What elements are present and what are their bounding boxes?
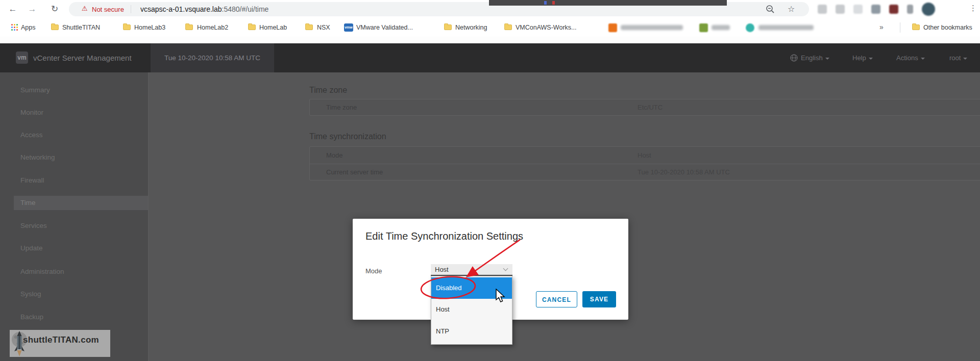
mode-select[interactable]: Host: [431, 264, 512, 276]
redacted-bookmark-label[interactable]: [621, 25, 683, 30]
redacted-glyph: [552, 1, 555, 5]
url-text[interactable]: vcsapsc-a-01.vsquare.lab:5480/#/ui/time: [140, 5, 268, 13]
redacted-bookmark-label[interactable]: [712, 25, 730, 30]
chevron-down-icon: [869, 58, 873, 60]
option-ntp[interactable]: NTP: [431, 321, 512, 342]
help-label: Help: [852, 54, 866, 62]
folder-icon: [305, 24, 313, 30]
sidebar-item-administration[interactable]: Administration: [14, 265, 148, 279]
folder-icon: [185, 24, 193, 30]
url-path: :5480/#/ui/time: [222, 5, 269, 13]
other-bookmarks[interactable]: Other bookmarks: [923, 23, 972, 32]
row-divider: [310, 164, 980, 164]
servertime-row-label: Current server time: [326, 168, 383, 176]
help-menu[interactable]: Help: [852, 43, 873, 72]
header-server-time: Tue 10-20-2020 10:58 AM UTC: [151, 43, 274, 72]
page-top-strip: [0, 37, 980, 43]
timesync-table: Mode Host Current server time Tue 10-20-…: [309, 146, 980, 181]
mode-row-value: Host: [638, 151, 651, 159]
extension-icon[interactable]: [853, 5, 863, 14]
reload-icon[interactable]: ↻: [48, 3, 61, 15]
cancel-button[interactable]: CANCEL: [536, 291, 577, 307]
sidebar-item-firewall[interactable]: Firewall: [14, 173, 148, 188]
extension-icon[interactable]: [818, 5, 827, 14]
sidebar-item-summary[interactable]: Summary: [14, 83, 148, 97]
redacted-bookmark-icon[interactable]: [608, 23, 617, 32]
sidebar-item-syslog[interactable]: Syslog: [14, 287, 148, 301]
actions-label: Actions: [896, 54, 918, 62]
language-globe-icon: [790, 54, 798, 62]
redacted-top-bar: [489, 0, 727, 6]
folder-icon: [51, 24, 59, 30]
back-icon[interactable]: ←: [6, 3, 19, 15]
timezone-row: Time zone Etc/UTC: [309, 99, 980, 116]
dialog-title: Edit Time Synchronization Settings: [365, 230, 523, 242]
timesync-section-title: Time synchronization: [309, 132, 386, 142]
sidebar-item-services[interactable]: Services: [14, 219, 148, 233]
mode-row-label: Mode: [326, 151, 343, 159]
extension-icon[interactable]: [889, 5, 898, 14]
mode-dropdown-list: Disabled Host NTP: [431, 276, 512, 345]
bookmark-item[interactable]: HomeLab2: [197, 23, 228, 32]
not-secure-warning-icon[interactable]: ⚠: [82, 5, 88, 12]
bookmark-item[interactable]: HomeLab: [259, 23, 287, 32]
bookmark-item[interactable]: HomeLab3: [134, 23, 165, 32]
bookmark-item[interactable]: ShuttleTITAN: [62, 23, 100, 32]
not-secure-label[interactable]: Not secure: [92, 6, 124, 13]
actions-menu[interactable]: Actions: [896, 43, 925, 72]
bookmark-item[interactable]: VMware Validated...: [356, 23, 413, 32]
mouse-cursor: [496, 289, 507, 304]
mode-field-label: Mode: [365, 267, 382, 275]
sidebar-nav: Summary Monitor Access Networking Firewa…: [0, 72, 148, 361]
bookmarks-overflow-icon[interactable]: »: [879, 23, 884, 31]
chevron-down-icon: [503, 266, 508, 271]
zoom-out-icon[interactable]: [766, 5, 775, 14]
folder-icon: [504, 24, 512, 30]
sidebar-item-backup[interactable]: Backup: [14, 310, 148, 324]
browser-toolbar: ← → ↻ ⚠ Not secure vcsapsc-a-01.vsquare.…: [0, 0, 980, 18]
sidebar-item-access[interactable]: Access: [14, 128, 148, 142]
redacted-bookmark-icon[interactable]: [699, 23, 708, 32]
sidebar-item-time[interactable]: Time: [14, 196, 148, 210]
redacted-glyph: [544, 1, 547, 5]
shuttletitan-watermark: shuttleTITAN.com: [10, 330, 110, 357]
bookmark-item[interactable]: NSX: [317, 23, 330, 32]
bookmark-star-icon[interactable]: ☆: [788, 4, 795, 14]
folder-icon: [912, 24, 920, 30]
mode-select-value: Host: [435, 264, 449, 275]
profile-avatar[interactable]: [922, 3, 935, 16]
bookmarks-bar: Apps ShuttleTITAN HomeLab3 HomeLab2 Home…: [0, 18, 980, 37]
user-menu[interactable]: root: [949, 43, 967, 72]
chevron-down-icon: [921, 58, 925, 60]
redacted-bookmark-label[interactable]: [758, 25, 814, 30]
sidebar-item-monitor[interactable]: Monitor: [14, 106, 148, 120]
bookmark-apps[interactable]: Apps: [21, 23, 36, 32]
apps-grid-icon[interactable]: [11, 24, 18, 31]
vmware-favicon: vmw: [344, 23, 353, 32]
language-menu[interactable]: English: [801, 43, 829, 72]
sidebar-item-update[interactable]: Update: [14, 241, 148, 255]
sidebar-item-networking[interactable]: Networking: [14, 150, 148, 165]
extension-icon[interactable]: [871, 5, 880, 14]
servertime-row-value: Tue 10-20-2020 10:58 AM UTC: [638, 168, 730, 176]
forward-icon[interactable]: →: [26, 3, 39, 15]
language-label: English: [801, 54, 823, 62]
url-separator: [131, 5, 131, 13]
extension-icon[interactable]: [836, 5, 845, 14]
watermark-text: shuttleTITAN.com: [23, 330, 99, 350]
timezone-row-label: Time zone: [326, 104, 357, 111]
chevron-down-icon: [825, 58, 829, 60]
browser-menu-icon[interactable]: ⋮: [969, 4, 977, 13]
chevron-down-icon: [963, 58, 967, 60]
bookmark-item[interactable]: VMConAWS-Works...: [516, 23, 576, 32]
extension-icon[interactable]: [907, 5, 913, 14]
vmware-logo: vm: [16, 51, 28, 64]
timezone-section-title: Time zone: [309, 85, 347, 95]
folder-icon: [248, 24, 256, 30]
folder-icon: [444, 24, 452, 30]
save-button[interactable]: SAVE: [582, 291, 616, 307]
redacted-bookmark-icon[interactable]: [746, 23, 754, 32]
timezone-row-value: Etc/UTC: [638, 104, 663, 111]
bookmark-item[interactable]: Networking: [455, 23, 487, 32]
folder-icon: [123, 24, 131, 30]
